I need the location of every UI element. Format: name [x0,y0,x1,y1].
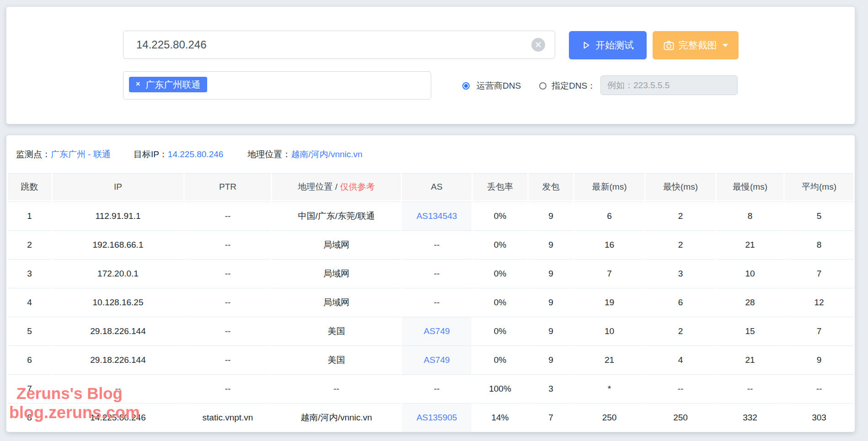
result-summary: 监测点：广东广州 - 联通目标IP：14.225.80.246地理位置：越南/河… [16,149,363,159]
table-row: 4 10.128.16.25 -- 局域网 -- 0% 9 19 6 28 12 [8,288,853,317]
cell-ip: 172.20.0.1 [53,259,183,288]
result-panel: 监测点：广东广州 - 联通目标IP：14.225.80.246地理位置：越南/河… [6,135,855,432]
custom-dns-input[interactable] [600,75,738,95]
as-link[interactable]: AS749 [423,326,450,336]
cell-geo: 局域网 [272,230,401,259]
cell-best: 2 [646,202,715,230]
cell-last: 19 [574,288,644,317]
cell-avg: 9 [785,345,853,374]
geo-note: 仅供参考 [340,182,375,191]
cell-loss: 0% [473,288,527,317]
cell-sent: 9 [529,288,573,317]
cell-as: -- [402,230,472,259]
cell-as: -- [402,374,472,403]
cell-worst: 21 [717,345,783,374]
col-ptr: PTR [185,173,271,202]
watermark-line2: blog.zeruns.com [9,403,140,422]
monitor-label: 监测点： [16,149,51,159]
target-ip-link[interactable]: 14.225.80.246 [168,149,224,159]
watermark-line1: Zeruns's Blog [16,384,123,403]
cell-avg: 5 [785,202,853,230]
tag-label: 广东广州联通 [145,79,200,91]
monitor-link[interactable]: 广东广州 - 联通 [51,149,111,159]
radio-custom-dns[interactable] [539,82,547,90]
cell-ptr: -- [185,230,271,259]
cell-best: 4 [646,345,715,374]
play-icon [582,41,591,50]
col-worst: 最慢(ms) [717,173,783,202]
cell-ip: 29.18.226.144 [53,345,183,374]
cell-worst: -- [717,374,783,403]
table-row: 1 112.91.91.1 -- 中国/广东/东莞/联通 AS134543 0%… [8,202,853,230]
cell-worst: 21 [717,230,783,259]
cell-ptr: static.vnpt.vn [185,403,271,432]
cell-ip: 29.18.226.144 [53,317,183,345]
cell-worst: 28 [717,288,783,317]
clear-input-icon[interactable]: ✕ [531,38,545,52]
cell-as: -- [402,288,472,317]
cell-sent: 7 [529,403,573,432]
cell-geo: 越南/河内/vnnic.vn [272,403,401,432]
cell-sent: 9 [529,202,573,230]
start-test-label: 开始测试 [595,39,634,52]
cell-loss: 0% [473,202,527,230]
cell-ptr: -- [185,345,271,374]
cell-loss: 0% [473,230,527,259]
radio-carrier-dns[interactable] [462,82,470,90]
tag-remove-icon[interactable]: × [136,80,140,88]
cell-as: AS134543 [402,202,472,230]
node-tag-box[interactable]: × 广东广州联通 [123,71,431,100]
custom-dns-label: 指定DNS： [552,80,596,91]
cell-ip: 10.128.16.25 [53,288,183,317]
cell-last: 250 [574,403,644,432]
table-row: 2 192.168.66.1 -- 局域网 -- 0% 9 16 2 21 8 [8,230,853,259]
cell-loss: 14% [473,403,527,432]
cell-as: -- [402,259,472,288]
cell-avg: 12 [785,288,853,317]
geo-label: 地理位置： [247,149,291,159]
cell-hop: 4 [8,288,51,317]
full-screenshot-button[interactable]: 完整截图 [653,31,739,59]
cell-as: AS749 [402,345,472,374]
col-loss: 丢包率 [473,173,527,202]
col-as: AS [402,173,472,202]
cell-last: 6 [574,202,644,230]
as-link[interactable]: AS135905 [417,413,457,422]
cell-ptr: -- [185,259,271,288]
cell-avg: 7 [785,317,853,345]
cell-sent: 9 [529,345,573,374]
table-row: 5 29.18.226.144 -- 美国 AS749 0% 9 10 2 15… [8,317,853,345]
cell-hop: 3 [8,259,51,288]
cell-as: AS135905 [402,403,472,432]
start-test-button[interactable]: 开始测试 [569,31,647,59]
cell-best: 2 [646,317,715,345]
cell-worst: 10 [717,259,783,288]
trace-table: 跳数 IP PTR 地理位置 / 仅供参考 AS 丢包率 发包 最新(ms) 最… [6,173,855,432]
cell-avg: -- [785,374,853,403]
col-last: 最新(ms) [574,173,644,202]
cell-ptr: -- [185,317,271,345]
full-screenshot-label: 完整截图 [679,39,717,52]
ip-input[interactable] [123,31,555,59]
cell-geo: 局域网 [272,288,401,317]
col-avg: 平均(ms) [785,173,853,202]
cell-best: 2 [646,230,715,259]
cell-ptr: -- [185,202,271,230]
cell-last: 7 [574,259,644,288]
cell-sent: 3 [529,374,573,403]
cell-sent: 9 [529,230,573,259]
cell-loss: 0% [473,345,527,374]
node-tag: × 广东广州联通 [129,77,207,92]
col-sent: 发包 [529,173,573,202]
camera-icon [664,41,674,50]
as-link[interactable]: AS134543 [417,211,457,221]
table-header-row: 跳数 IP PTR 地理位置 / 仅供参考 AS 丢包率 发包 最新(ms) 最… [8,173,853,202]
as-link[interactable]: AS749 [423,355,450,365]
cell-ptr: -- [185,374,271,403]
col-ip: IP [53,173,183,202]
table-body: 1 112.91.91.1 -- 中国/广东/东莞/联通 AS134543 0%… [8,202,853,432]
geo-link[interactable]: 越南/河内/vnnic.vn [291,149,362,159]
cell-geo: -- [272,374,401,403]
cell-sent: 9 [529,259,573,288]
col-best: 最快(ms) [646,173,715,202]
